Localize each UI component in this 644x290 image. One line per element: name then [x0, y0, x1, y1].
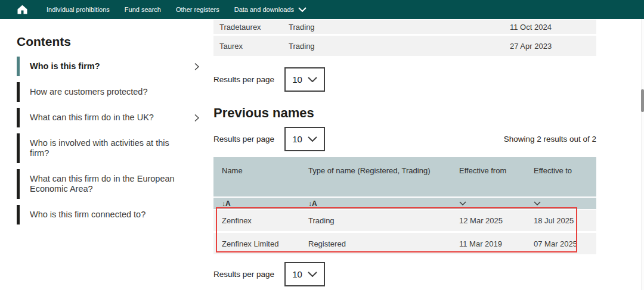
previous-names-toolbar: Results per page 10 Showing 2 results ou…: [213, 127, 596, 151]
cell-type: Trading: [289, 23, 510, 32]
cell-name: Zenfinex Limited: [222, 239, 308, 248]
results-per-page-top: Results per page 10: [213, 67, 596, 92]
sort-alpha-icon[interactable]: ↓A: [222, 199, 308, 208]
results-per-page-label: Results per page: [213, 75, 274, 84]
cell-type: Trading: [289, 42, 510, 51]
chevron-down-icon: [308, 272, 317, 277]
top-nav-bar: Individual prohibitions Fund search Othe…: [0, 0, 644, 19]
sidebar-item-label: What can this firm do in the UK?: [30, 113, 154, 122]
chevron-right-icon: [194, 114, 199, 121]
table-row[interactable]: Tradetaurex Trading 11 Oct 2024: [213, 20, 596, 34]
chevron-right-icon: [194, 63, 199, 70]
table-sort-filter-row: ↓A ↓A: [213, 198, 596, 209]
cell-effective-from: 27 Apr 2023: [510, 42, 596, 51]
cell-effective-to: 18 Jul 2025: [534, 216, 596, 225]
results-per-page-label: Results per page: [213, 135, 274, 144]
cell-effective-to: 07 Mar 2025: [534, 239, 596, 248]
results-per-page-value: 10: [292, 134, 302, 144]
trading-names-table: Tradetaurex Trading 11 Oct 2024 Taurex T…: [213, 20, 596, 56]
column-header-effective-from: Effective from: [459, 166, 534, 175]
results-per-page-select[interactable]: 10: [284, 67, 325, 92]
results-per-page-select[interactable]: 10: [284, 262, 325, 286]
scrollbar[interactable]: [641, 89, 644, 112]
sidebar-item-label: Who is this firm connected to?: [30, 210, 145, 219]
top-nav-links: Individual prohibitions Fund search Othe…: [47, 6, 321, 13]
contents-sidebar: Contents Who is this firm? How are custo…: [17, 35, 203, 230]
cell-effective-from: 11 Mar 2019: [459, 239, 534, 248]
sidebar-item-who-is-this-firm[interactable]: Who is this firm?: [17, 57, 203, 76]
sort-alpha-icon[interactable]: ↓A: [308, 199, 459, 208]
contents-title: Contents: [17, 35, 203, 49]
nav-individual-prohibitions[interactable]: Individual prohibitions: [47, 6, 110, 13]
table-row[interactable]: Taurex Trading 27 Apr 2023: [213, 36, 596, 56]
chevron-down-icon[interactable]: [459, 201, 534, 205]
sidebar-item-what-can-firm-do-eea[interactable]: What can this firm do in the European Ec…: [17, 169, 203, 199]
home-icon: [16, 4, 29, 15]
chevron-down-icon: [308, 136, 317, 142]
cell-type: Registered: [308, 239, 459, 248]
sidebar-item-label: What can this firm do in the European Ec…: [30, 174, 175, 194]
cell-name: Zenfinex: [222, 216, 308, 225]
table-row[interactable]: Zenfinex Limited Registered 11 Mar 2019 …: [213, 233, 596, 254]
cell-name: Tradetaurex: [219, 23, 289, 32]
chevron-down-icon: [298, 7, 306, 12]
sidebar-item-who-is-involved[interactable]: Who is involved with activities at this …: [17, 133, 203, 163]
results-per-page-value: 10: [292, 74, 302, 85]
cell-type: Trading: [308, 216, 459, 225]
nav-other-registers[interactable]: Other registers: [176, 6, 219, 13]
home-button[interactable]: [16, 4, 29, 15]
column-header-name: Name: [222, 166, 308, 175]
cell-name: Taurex: [219, 42, 289, 51]
nav-fund-search[interactable]: Fund search: [125, 6, 161, 13]
results-per-page-bottom: Results per page 10: [213, 262, 596, 286]
sidebar-item-how-are-customers-protected[interactable]: How are customers protected?: [17, 82, 203, 102]
column-header-effective-to: Effective to: [534, 166, 596, 175]
sidebar-item-who-is-firm-connected-to[interactable]: Who is this firm connected to?: [17, 205, 203, 224]
sidebar-item-label: Who is this firm?: [30, 61, 100, 71]
results-count-text: Showing 2 results out of 2: [504, 135, 596, 144]
cell-effective-from: 12 Mar 2025: [459, 216, 534, 225]
cell-effective-from: 11 Oct 2024: [510, 23, 596, 32]
results-per-page-label: Results per page: [213, 270, 274, 279]
main-content: Tradetaurex Trading 11 Oct 2024 Taurex T…: [213, 19, 596, 286]
results-per-page-middle: Results per page 10: [213, 127, 325, 151]
results-per-page-value: 10: [292, 269, 302, 279]
table-row[interactable]: Zenfinex Trading 12 Mar 2025 18 Jul 2025: [213, 210, 596, 231]
previous-names-table: Name Type of name (Registered, Trading) …: [213, 157, 596, 254]
scrollbar-track: [641, 19, 644, 290]
sidebar-item-label: How are customers protected?: [30, 87, 147, 96]
sidebar-item-what-can-firm-do-uk[interactable]: What can this firm do in the UK?: [17, 108, 203, 127]
chevron-down-icon: [308, 77, 317, 82]
table-header-row: Name Type of name (Registered, Trading) …: [213, 157, 596, 197]
nav-data-and-downloads[interactable]: Data and downloads: [234, 6, 306, 13]
chevron-down-icon[interactable]: [534, 201, 596, 205]
sidebar-item-label: Who is involved with activities at this …: [30, 138, 169, 158]
previous-names-heading: Previous names: [213, 106, 596, 120]
nav-data-and-downloads-label: Data and downloads: [234, 6, 294, 13]
results-per-page-select[interactable]: 10: [284, 127, 325, 151]
column-header-type: Type of name (Registered, Trading): [308, 166, 459, 175]
